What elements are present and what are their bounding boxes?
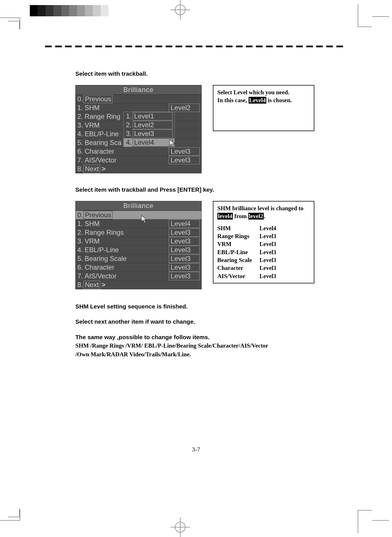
side-note-a: Select Level which you need. In this cas…	[213, 85, 314, 131]
cursor-icon	[140, 215, 149, 223]
submenu-number: 4.	[125, 138, 132, 146]
row-number: 8.	[76, 281, 84, 289]
figure-row-1: Brilliance0.Previous1.SHMLevel22.Range R…	[75, 85, 314, 173]
menu-row[interactable]: 6.CharacterLevel3	[76, 263, 201, 272]
menu-row[interactable]: 7.AIS/VectorLevel3	[76, 156, 201, 164]
menu-row[interactable]: 2.Range RingsLevel3	[76, 228, 201, 237]
side-a-line2a: In this case,	[217, 97, 249, 104]
row-number: 0.	[76, 95, 84, 103]
submenu-number: 1.	[125, 112, 132, 120]
submenu-row[interactable]: 4.Level4	[124, 138, 174, 147]
row-number: 1.	[76, 104, 84, 112]
level-submenu[interactable]: 1.Level12.Level23.Level34.Level4	[123, 112, 175, 147]
row-value: Level3	[169, 254, 200, 263]
menu-row[interactable]: 1.SHMLevel4	[76, 219, 201, 228]
chevron-right-icon: >	[100, 281, 107, 289]
menu-row[interactable]: 7.AIS/VectorLevel3	[76, 272, 201, 280]
row-value: Level3	[169, 246, 200, 254]
sameway-block: The same way ,possible to change follow …	[75, 333, 314, 359]
side-table-key: Character	[217, 264, 260, 272]
row-label: EBL/P-Line	[84, 246, 169, 254]
side-a-line2b: is chosen.	[266, 97, 292, 104]
submenu-number: 3.	[125, 130, 132, 138]
submenu-label: Level3	[133, 129, 173, 138]
side-table-row: CharacterLevel3	[217, 264, 310, 272]
menu-row[interactable]: 6.CharacterLevel3	[76, 147, 201, 156]
row-number: 7.	[76, 272, 84, 280]
calibration-gray-bar	[30, 5, 109, 16]
side-table-val: Level3	[260, 256, 276, 264]
row-value: Level3	[169, 156, 200, 164]
row-label: Character	[84, 147, 169, 155]
brilliance-menu-b: Brilliance0.Previous1.SHMLevel42.Range R…	[75, 201, 202, 289]
row-number: 4.	[76, 246, 84, 254]
side-table-val: Level3	[260, 232, 276, 240]
row-number: 0.	[76, 211, 84, 219]
row-number: 6.	[76, 147, 84, 155]
submenu-label: Level4	[133, 138, 173, 147]
row-label: SHM	[84, 104, 169, 112]
side-table-key: Range Rings	[217, 232, 260, 240]
side-b-inv1: level4	[218, 213, 232, 220]
row-number: 6.	[76, 263, 84, 271]
content-column: Select item with trackball. Brilliance0.…	[75, 70, 314, 360]
side-b-end: .	[264, 213, 265, 220]
side-b-mid: from	[233, 213, 248, 220]
row-value: Level3	[169, 237, 200, 245]
menu-row[interactable]: 8.Next>	[76, 280, 201, 289]
submenu-row[interactable]: 1.Level1	[124, 112, 174, 120]
menu-title: Brilliance	[76, 85, 201, 95]
row-value: Level3	[169, 272, 200, 280]
step2-caption: Select item with trackball and Press [EN…	[75, 186, 314, 193]
side-table-key: Bearing Scale	[217, 256, 260, 264]
menu-row[interactable]: 0.Previous	[76, 95, 201, 103]
side-b-line1: SHM brilliance level is changed to	[217, 205, 303, 212]
crop-mark-br	[358, 510, 372, 533]
row-number: 3.	[76, 237, 84, 245]
chevron-right-icon: >	[100, 165, 107, 173]
row-label: Previous	[84, 211, 112, 219]
menu-row[interactable]: 8.Next>	[76, 164, 201, 173]
cursor-icon	[168, 139, 177, 147]
side-table-row: SHMLevel4	[217, 224, 310, 232]
side-table-key: SHM	[217, 224, 260, 232]
row-number: 8.	[76, 165, 84, 173]
row-value: Level3	[169, 228, 200, 237]
row-label: VRM	[84, 237, 169, 245]
submenu-label: Level1	[133, 112, 173, 120]
submenu-number: 2.	[125, 121, 132, 129]
side-table-val: Level3	[260, 240, 276, 248]
side-table-val: Level4	[260, 224, 276, 232]
menu-row[interactable]: 4.EBL/P-LineLevel3	[76, 245, 201, 254]
submenu-row[interactable]: 2.Level2	[124, 120, 174, 129]
menu-row[interactable]: 3.VRMLevel3	[76, 237, 201, 245]
dashed-separator	[45, 46, 343, 48]
row-number: 5.	[76, 255, 84, 263]
row-label: Bearing Scale	[84, 255, 169, 263]
row-value: Level4	[169, 220, 200, 228]
side-table-row: Bearing ScaleLevel3	[217, 256, 310, 264]
row-number: 1.	[76, 220, 84, 228]
row-number: 3.	[76, 121, 84, 129]
finish-line: SHM Level setting sequence is finished.	[75, 302, 314, 311]
side-a-line1: Select Level which you need.	[217, 89, 289, 96]
side-table-val: Level3	[260, 272, 276, 280]
row-label: Range Rings	[84, 229, 169, 236]
menu-row[interactable]: 1.SHMLevel2	[76, 103, 201, 112]
menu-row[interactable]: 5.Bearing ScaleLevel3	[76, 254, 201, 263]
next-line: Select next another item if want to chan…	[75, 317, 314, 326]
items-line1: SHM /Range Rings /VRM/ EBL/P-Line/Bearin…	[75, 342, 268, 349]
side-table-row: VRMLevel3	[217, 240, 310, 248]
row-number: 7.	[76, 156, 84, 164]
row-number: 5.	[76, 139, 84, 147]
menu-title: Brilliance	[76, 201, 201, 211]
side-table-row: AIS/VectorLevel3	[217, 272, 310, 280]
side-b-table: SHMLevel4Range RingsLevel3VRMLevel3EBL/P…	[217, 224, 310, 280]
menu-row[interactable]: 0.Previous	[76, 211, 201, 219]
submenu-row[interactable]: 3.Level3	[124, 129, 174, 138]
brilliance-menu-a: Brilliance0.Previous1.SHMLevel22.Range R…	[75, 85, 202, 173]
side-table-key: EBL/P-Line	[217, 248, 260, 256]
side-b-inv2: level2	[249, 213, 263, 220]
step1-caption: Select item with trackball.	[75, 70, 314, 77]
figure-row-2: Brilliance0.Previous1.SHMLevel42.Range R…	[75, 201, 314, 289]
